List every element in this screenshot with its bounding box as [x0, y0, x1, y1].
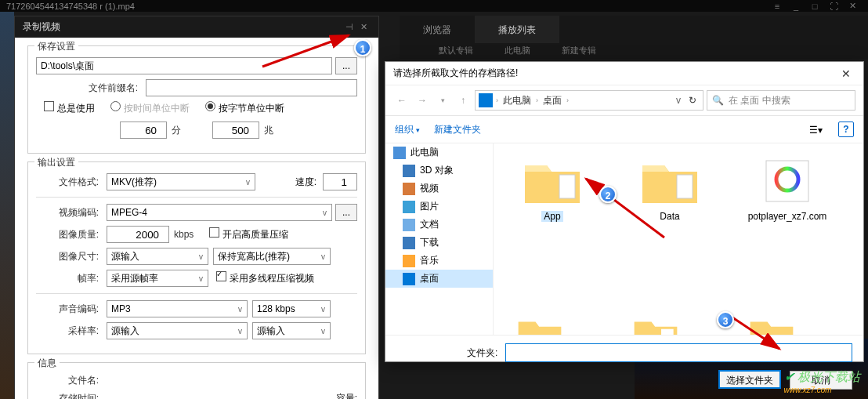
svg-line-7 [732, 317, 779, 349]
search-input[interactable]: 🔍 在 桌面 中搜索 [707, 90, 855, 111]
search-icon: 🔍 [712, 95, 724, 106]
aspect-select[interactable]: 保持宽高比(推荐) [213, 248, 331, 265]
player-title: 7172604544134745348 r (1).mp4 [6, 2, 135, 11]
folder-name-input[interactable] [505, 343, 852, 362]
svg-rect-0 [559, 175, 575, 198]
byte-value-input[interactable] [212, 122, 259, 139]
square-icon[interactable]: □ [805, 2, 824, 11]
multithread-checkbox[interactable]: 采用多线程压缩视频 [216, 271, 314, 285]
annotation-arrow-2 [578, 171, 672, 241]
folder-icon[interactable] [625, 314, 686, 335]
svg-rect-1 [677, 175, 693, 198]
dialog-footer: 文件夹: [385, 335, 863, 370]
info-legend: 信息 [34, 357, 60, 370]
size-select[interactable]: 源输入 [107, 248, 208, 265]
nav-back-icon[interactable]: ← [393, 92, 410, 109]
output-legend: 输出设置 [34, 156, 78, 169]
nav-history-icon[interactable]: ▾ [434, 92, 451, 109]
folder-icon [757, 156, 818, 206]
quality-input[interactable] [107, 226, 169, 243]
player-titlebar: 7172604544134745348 r (1).mp4 ≡ _ □ ⛶ ✕ [0, 0, 868, 12]
fps-label: 帧率: [36, 272, 107, 285]
vcodec-label: 视频编码: [36, 206, 107, 219]
sidebar-item-desktop[interactable]: 桌面 [385, 270, 493, 288]
playlist-subtabs: 默认专辑 此电脑 新建专辑 [400, 43, 868, 59]
speed-input[interactable] [323, 173, 357, 190]
close-icon[interactable]: ✕ [843, 1, 862, 11]
filename-label: 文件名: [36, 374, 107, 387]
sidebar-item-music[interactable]: 音乐 [385, 252, 493, 270]
background-left [0, 12, 14, 399]
sidebar-item-doc[interactable]: 文档 [385, 216, 493, 234]
callout-1: 1 [354, 39, 371, 56]
sidebar-item-video[interactable]: 视频 [385, 180, 493, 198]
callout-3: 3 [717, 311, 734, 328]
record-title: 录制视频 [23, 20, 60, 34]
callout-2: 2 [599, 186, 617, 203]
view-icon[interactable]: ☰▾ [807, 121, 824, 138]
annotation-arrow-1 [259, 27, 360, 74]
vcodec-select[interactable]: MPEG-4 [107, 204, 332, 221]
breadcrumb[interactable]: › 此电脑 › 桌面 › v ↻ [475, 90, 703, 111]
nav-up-icon[interactable]: ↑ [454, 92, 472, 109]
new-folder-button[interactable]: 新建文件夹 [434, 123, 481, 136]
sidebar-item-pic[interactable]: 图片 [385, 198, 493, 216]
dialog-close-button[interactable]: ✕ [837, 67, 855, 80]
speed-label: 速度: [295, 176, 323, 189]
capacity-label: 容量: [336, 392, 357, 399]
savetime-label: 存储时间: [36, 392, 107, 399]
breadcrumb-desktop[interactable]: 桌面 [540, 94, 565, 107]
underscore-icon[interactable]: _ [787, 2, 805, 11]
sidebar-item-3d[interactable]: 3D 对象 [385, 161, 493, 180]
subtab-pc[interactable]: 此电脑 [489, 43, 546, 59]
sample2-select[interactable]: 源输入 [252, 322, 331, 339]
min-icon[interactable]: ≡ [768, 2, 787, 11]
folder-content: App Data potplayer_xz7.com [494, 143, 863, 335]
time-value-input[interactable] [120, 122, 167, 139]
dialog-toolbar: 组织 新建文件夹 ☰▾ ? [385, 116, 863, 143]
sample-label: 采样率: [36, 325, 107, 338]
folder-icon[interactable] [509, 314, 570, 335]
sidebar-tree: 此电脑 3D 对象 视频 图片 文档 下载 音乐 桌面 [385, 143, 494, 335]
format-select[interactable]: MKV(推荐) [107, 173, 255, 190]
refresh-icon[interactable]: ↻ [685, 95, 700, 106]
size-label: 图像尺寸: [36, 250, 107, 263]
dialog-titlebar: 请选择所截取文件的存档路径! ✕ [385, 62, 863, 85]
sidebar-item-dl[interactable]: 下载 [385, 234, 493, 252]
break-byte-radio[interactable]: 按字节单位中断 [205, 101, 284, 115]
folder-icon [522, 156, 583, 206]
info-fieldset: 信息 文件名: 存储时间:容量: [27, 362, 366, 399]
break-time-radio[interactable]: 按时间单位中断 [110, 101, 190, 115]
help-icon[interactable]: ? [838, 122, 854, 137]
annotation-arrow-3 [729, 314, 791, 357]
sidebar-item-pc[interactable]: 此电脑 [385, 143, 493, 161]
subtab-new[interactable]: 新建专辑 [546, 43, 612, 59]
svg-line-6 [586, 179, 664, 238]
prefix-input[interactable] [146, 79, 357, 96]
breadcrumb-pc[interactable]: 此电脑 [500, 94, 534, 107]
folder-potplayer[interactable]: potplayer_xz7.com [744, 156, 830, 222]
dialog-nav: ← → ▾ ↑ › 此电脑 › 桌面 › v ↻ 🔍 在 桌面 中搜索 [385, 85, 863, 116]
abitrate-select[interactable]: 128 kbps [252, 300, 331, 317]
organize-menu[interactable]: 组织 [395, 123, 420, 136]
output-fieldset: 输出设置 文件格式: MKV(推荐) 速度: 视频编码: MPEG-4 ... … [27, 161, 366, 354]
pc-icon [479, 93, 493, 107]
fullscreen-icon[interactable]: ⛶ [824, 2, 843, 11]
sample-select[interactable]: 源输入 [107, 322, 248, 339]
acodec-select[interactable]: MP3 [107, 300, 248, 317]
subtab-default[interactable]: 默认专辑 [423, 43, 489, 59]
acodec-label: 声音编码: [36, 303, 107, 316]
vcodec-more-button[interactable]: ... [335, 204, 357, 221]
always-use-checkbox[interactable]: 总是使用 [44, 101, 95, 115]
quality-label: 图像质量: [36, 228, 107, 241]
save-legend: 保存设置 [34, 40, 78, 53]
prefix-label: 文件前缀名: [36, 82, 146, 95]
hq-compress-checkbox[interactable]: 开启高质量压缩 [209, 227, 288, 241]
nav-forward-icon[interactable]: → [414, 92, 431, 109]
svg-line-5 [262, 35, 349, 67]
svg-rect-4 [661, 329, 674, 335]
fps-select[interactable]: 采用源帧率 [107, 270, 208, 287]
folder-field-label: 文件夹: [396, 346, 497, 360]
watermark: ✔ 极光下载站 www.xz7.com [784, 369, 860, 394]
select-folder-button[interactable]: 选择文件夹 [718, 370, 781, 389]
